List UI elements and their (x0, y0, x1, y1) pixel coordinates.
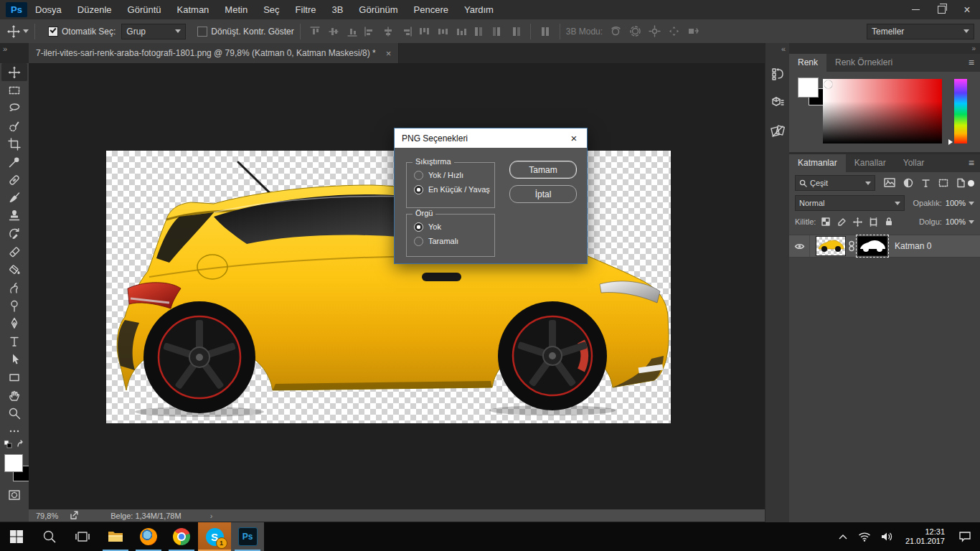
color-panel-menu-icon[interactable]: ≡ (969, 54, 974, 72)
close-button[interactable]: × (954, 1, 980, 19)
filter-pixel-layers-icon[interactable] (884, 178, 895, 188)
dialog-title-bar[interactable]: PNG Seçenekleri × (395, 128, 587, 148)
layer-name[interactable]: Katman 0 (895, 241, 931, 251)
distribute-top-icon[interactable] (418, 26, 430, 37)
layer-mask-thumbnail[interactable] (857, 236, 887, 256)
collapse-dock-icon[interactable]: « (765, 43, 790, 55)
chrome-button[interactable] (165, 522, 198, 551)
menu-pencere[interactable]: Pencere (406, 0, 456, 19)
auto-select-target-dropdown[interactable]: Grup (121, 24, 186, 39)
status-chevron-icon[interactable]: › (210, 512, 213, 520)
notes-panel-button[interactable] (768, 122, 787, 141)
distribute-center-icon[interactable] (491, 26, 503, 37)
distribute-bottom-icon[interactable] (456, 26, 467, 37)
opacity-value[interactable]: 100% (946, 199, 966, 207)
layer-filter-dropdown[interactable]: Çeşit (795, 175, 875, 191)
distribute-spacing-icon[interactable] (540, 26, 551, 37)
tab-kanallar[interactable]: Kanallar (846, 154, 895, 172)
move-tool[interactable] (1, 63, 27, 81)
export-icon[interactable] (70, 511, 79, 520)
filter-type-layers-icon[interactable] (921, 179, 930, 188)
menu-duzenle[interactable]: Düzenle (70, 0, 120, 19)
distribute-right-icon[interactable] (510, 26, 522, 37)
align-top-edges-icon[interactable] (309, 26, 321, 37)
lock-position-icon[interactable] (853, 217, 862, 227)
radio-taramali[interactable]: Taramalı (407, 234, 494, 248)
brush-tool[interactable] (1, 189, 27, 207)
paint-bucket-tool[interactable] (1, 260, 27, 278)
quick-selection-tool[interactable] (1, 117, 27, 135)
smudge-tool[interactable] (1, 278, 27, 296)
foreground-color-well[interactable] (798, 77, 819, 98)
menu-katman[interactable]: Katman (169, 0, 217, 19)
minimize-button[interactable] (903, 1, 928, 19)
fill-caret-icon[interactable] (969, 220, 974, 224)
radio-en-kucuk-yavas[interactable]: En Küçük / Yavaş (407, 182, 494, 197)
document-size-info[interactable]: Belge: 1,34M/1,78M (110, 512, 181, 520)
crop-tool[interactable] (1, 135, 27, 153)
dock-collapse-icon[interactable]: » (789, 43, 980, 54)
menu-3b[interactable]: 3B (324, 0, 351, 19)
history-panel-button[interactable] (768, 65, 787, 83)
taskbar-clock[interactable]: 12:31 21.01.2017 (905, 527, 945, 546)
hand-tool[interactable] (1, 386, 27, 404)
menu-yardim[interactable]: Yardım (456, 0, 501, 19)
menu-sec[interactable]: Seç (255, 0, 287, 19)
menu-goruntu[interactable]: Görüntü (120, 0, 169, 19)
spot-healing-tool[interactable] (1, 171, 27, 189)
3d-drag-icon[interactable] (649, 25, 661, 37)
3d-scale-icon[interactable] (687, 25, 699, 37)
radio-orgu-yok[interactable]: Yok (407, 220, 494, 234)
restore-button[interactable] (928, 1, 954, 19)
document-tab[interactable]: 7-ileri-vites-sari-renk-araba-fotografi-… (29, 43, 399, 63)
3d-panel-button[interactable] (768, 93, 787, 112)
layer-thumbnail[interactable] (816, 236, 846, 256)
lock-transparent-icon[interactable] (821, 217, 831, 227)
align-vertical-centers-icon[interactable] (328, 26, 339, 37)
edit-toolbar-button[interactable] (1, 422, 27, 440)
skype-button[interactable]: S 1 (198, 522, 231, 551)
tab-katmanlar[interactable]: Katmanlar (789, 154, 846, 172)
firefox-button[interactable] (132, 522, 165, 551)
menu-gorunum[interactable]: Görünüm (351, 0, 405, 19)
opacity-caret-icon[interactable] (969, 202, 974, 205)
default-colors-icon[interactable] (4, 440, 13, 449)
transform-controls-checkbox[interactable] (197, 27, 207, 37)
zoom-tool[interactable] (1, 404, 27, 422)
photoshop-taskbar-button[interactable]: Ps (231, 522, 264, 551)
toolbar-expand-icon[interactable]: » (3, 44, 6, 53)
3d-slide-icon[interactable] (668, 25, 680, 37)
blend-mode-dropdown[interactable]: Normal (795, 195, 905, 211)
tab-renk-ornekleri[interactable]: Renk Örnekleri (826, 54, 901, 72)
foreground-color-swatch[interactable] (4, 454, 23, 472)
ok-button[interactable]: Tamam (509, 161, 577, 179)
align-bottom-edges-icon[interactable] (347, 26, 358, 37)
align-left-edges-icon[interactable] (364, 26, 375, 37)
lock-artboard-icon[interactable] (869, 217, 878, 227)
start-button[interactable] (0, 522, 33, 551)
filter-shape-layers-icon[interactable] (938, 178, 948, 188)
auto-select-checkbox[interactable] (48, 27, 58, 37)
lock-paint-icon[interactable] (837, 217, 847, 227)
pen-tool[interactable] (1, 314, 27, 332)
filter-smart-objects-icon[interactable] (956, 178, 966, 188)
volume-tray-button[interactable] (881, 532, 893, 542)
marquee-tool[interactable] (1, 81, 27, 99)
zoom-level[interactable]: 79,8% (36, 512, 58, 520)
radio-yok-hizli[interactable]: Yok / Hızlı (407, 168, 494, 182)
lasso-tool[interactable] (1, 99, 27, 117)
dodge-tool[interactable] (1, 296, 27, 314)
file-explorer-button[interactable] (99, 522, 132, 551)
fill-value[interactable]: 100% (946, 217, 966, 226)
menu-metin[interactable]: Metin (217, 0, 255, 19)
lock-all-icon[interactable] (885, 217, 893, 227)
history-brush-tool[interactable] (1, 225, 27, 242)
mask-link-icon[interactable] (848, 240, 855, 252)
align-horizontal-centers-icon[interactable] (382, 26, 394, 37)
distribute-vertical-centers-icon[interactable] (437, 26, 448, 37)
layers-panel-menu-icon[interactable]: ≡ (969, 154, 974, 172)
search-button[interactable] (33, 522, 66, 551)
task-view-button[interactable] (66, 522, 99, 551)
dialog-close-icon[interactable]: × (561, 132, 587, 144)
workspace-dropdown[interactable]: Temeller (867, 24, 974, 39)
